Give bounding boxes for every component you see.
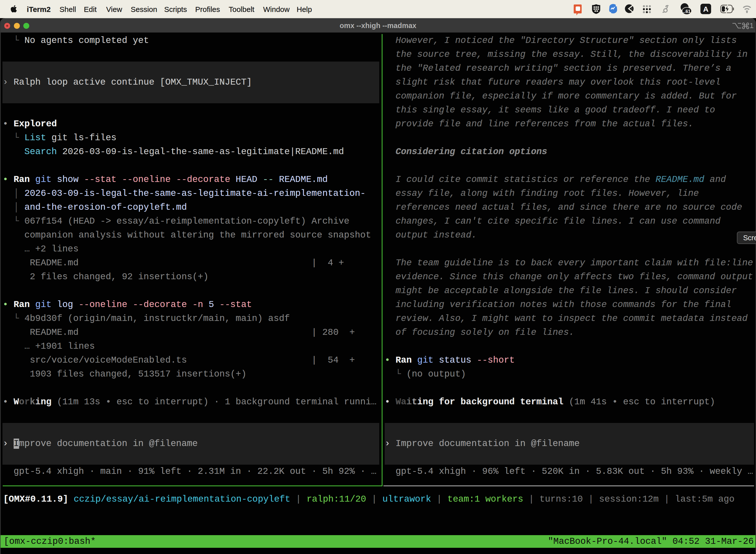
svg-text:1: 1 [750,21,754,30]
svg-text:..61: ..61 [683,9,691,14]
